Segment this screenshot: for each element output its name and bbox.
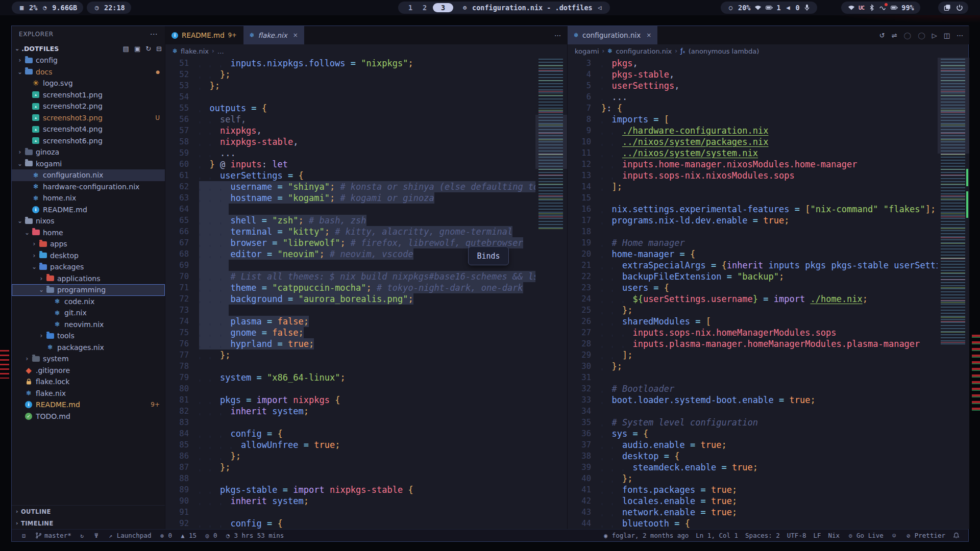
more-actions-icon[interactable]: ⋯ bbox=[957, 32, 963, 39]
breadcrumb-item[interactable]: … bbox=[217, 47, 224, 55]
tree-item-screenshot1.png[interactable]: ▴screenshot1.png bbox=[12, 89, 165, 101]
code-line-64[interactable]: 64 bbox=[165, 204, 567, 215]
code-line-34[interactable]: 34 bbox=[568, 406, 969, 417]
tree-item-applications[interactable]: ›applications bbox=[12, 273, 165, 285]
code-line-59[interactable]: 59... bbox=[165, 147, 567, 159]
tree-item-home[interactable]: ⌄home bbox=[12, 227, 165, 239]
code-line-18[interactable]: 18 bbox=[568, 226, 969, 237]
code-line-22[interactable]: 22backupFileExtension = "backup"; bbox=[568, 271, 969, 282]
notification-wave-icon[interactable] bbox=[879, 4, 887, 12]
signal-icon[interactable] bbox=[754, 4, 762, 12]
code-line-40[interactable]: 40}; bbox=[568, 473, 969, 484]
code-line-80[interactable]: 80 bbox=[165, 383, 567, 394]
tree-item-flake.lock[interactable]: flake.lock bbox=[12, 376, 165, 388]
tree-item-code.nix[interactable]: ❄code.nix bbox=[12, 296, 165, 308]
keyboard-layout-indicator[interactable]: UC bbox=[859, 5, 864, 11]
tree-item-todo.md[interactable]: ✓TODO.md bbox=[12, 411, 165, 422]
statusbar-warnings[interactable]: ▲15 bbox=[176, 532, 200, 539]
code-line-12[interactable]: 12inputs.home-manager.nixosModules.home-… bbox=[568, 159, 969, 170]
code-line-82[interactable]: 82inherit system; bbox=[165, 406, 567, 417]
statusbar-time-tracker[interactable]: ◔3 hrs 53 mins bbox=[221, 532, 288, 539]
tree-item-kogami[interactable]: ⌄kogami bbox=[12, 158, 165, 170]
close-tab-icon[interactable]: × bbox=[646, 32, 651, 39]
tree-item-.gitignore[interactable]: ◆.gitignore bbox=[12, 365, 165, 377]
tree-item-git.nix[interactable]: ❄git.nix bbox=[12, 307, 165, 319]
statusbar-encoding[interactable]: UTF-8 bbox=[783, 532, 810, 539]
code-line-4[interactable]: 4pkgs-stable, bbox=[568, 69, 969, 80]
explorer-more-icon[interactable]: ⋯ bbox=[150, 30, 158, 39]
code-line-44[interactable]: 44bluetooth = { bbox=[568, 518, 969, 529]
tree-item-desktop[interactable]: ›desktop bbox=[12, 250, 165, 262]
code-line-60[interactable]: 60} @ inputs: let bbox=[165, 159, 567, 170]
code-line-56[interactable]: 56self, bbox=[165, 114, 567, 125]
code-line-75[interactable]: 75gnome = false; bbox=[165, 327, 567, 338]
timeline-icon[interactable]: ↺ bbox=[879, 32, 885, 39]
code-line-83[interactable]: 83 bbox=[165, 417, 567, 428]
tree-item-hardware-configuration.nix[interactable]: ❄hardware-configuration.nix bbox=[12, 181, 165, 193]
tree-item-readme.md[interactable]: iREADME.md bbox=[12, 204, 165, 216]
tree-item-configuration.nix[interactable]: ❄configuration.nix bbox=[12, 169, 165, 181]
code-line-78[interactable]: 78 bbox=[165, 361, 567, 372]
statusbar-ports[interactable]: ◎0 bbox=[200, 532, 221, 539]
code-line-85[interactable]: 85allowUnfree = true; bbox=[165, 439, 567, 450]
statusbar-git-sync[interactable]: ↻ bbox=[75, 532, 89, 539]
code-line-84[interactable]: 84config = { bbox=[165, 428, 567, 439]
code-line-91[interactable]: 91 bbox=[165, 507, 567, 518]
statusbar-launchpad[interactable]: ↗Launchpad bbox=[104, 532, 155, 539]
kbd-backlight-icon[interactable] bbox=[765, 4, 773, 12]
tree-item-readme.md[interactable]: iREADME.md9+ bbox=[12, 399, 165, 411]
tree-item-screenshot4.png[interactable]: ▴screenshot4.png bbox=[12, 123, 165, 135]
notification-send-icon[interactable]: ◁ bbox=[596, 4, 604, 12]
code-line-73[interactable]: 73 bbox=[165, 305, 567, 316]
code-line-62[interactable]: 62username = "shinya"; # konsta or shiny… bbox=[165, 181, 567, 192]
wifi-icon[interactable] bbox=[847, 4, 855, 12]
new-folder-icon[interactable]: ▣ bbox=[134, 45, 140, 53]
code-line-25[interactable]: 25}; bbox=[568, 305, 969, 316]
breadcrumb-right[interactable]: kogami›❄configuration.nix›ƒₓ(anonymous l… bbox=[568, 44, 969, 58]
code-line-10[interactable]: 10../nixos/system/packages.nix bbox=[568, 136, 969, 147]
statusbar-pet[interactable]: ☺ bbox=[887, 532, 901, 539]
open-changes-icon[interactable]: ⇌ bbox=[892, 32, 897, 39]
outline-panel-header[interactable]: › OUTLINE bbox=[12, 506, 165, 517]
code-line-35[interactable]: 35# System level configuration bbox=[568, 417, 969, 428]
code-line-31[interactable]: 31 bbox=[568, 372, 969, 383]
run-icon[interactable]: ▷ bbox=[932, 32, 937, 39]
tree-item-ginoza[interactable]: ›ginoza bbox=[12, 146, 165, 158]
tree-item-apps[interactable]: ›apps bbox=[12, 238, 165, 250]
breadcrumb-item[interactable]: kogami bbox=[575, 47, 599, 55]
tree-item-screenshot3.png[interactable]: ▴screenshot3.pngU bbox=[12, 112, 165, 124]
code-line-24[interactable]: 24${userSettings.username} = import ./ho… bbox=[568, 293, 969, 305]
statusbar-eol[interactable]: LF bbox=[810, 532, 824, 539]
code-line-14[interactable]: 14]; bbox=[568, 181, 969, 192]
code-line-27[interactable]: 27inputs.sops-nix.homeManagerModules.sop… bbox=[568, 327, 969, 338]
collapse-folders-icon[interactable]: ⊟ bbox=[156, 45, 162, 53]
code-line-58[interactable]: 58nixpkgs-stable, bbox=[165, 136, 567, 147]
minimap-right[interactable] bbox=[938, 58, 969, 529]
workspace-1[interactable]: 1 bbox=[404, 4, 416, 12]
breadcrumb-item[interactable]: configuration.nix bbox=[616, 47, 672, 55]
code-line-19[interactable]: 19# Home manager bbox=[568, 237, 969, 248]
code-line-86[interactable]: 86}; bbox=[165, 450, 567, 462]
statusbar-errors[interactable]: ⊗0 bbox=[155, 532, 176, 539]
previous-change-icon[interactable]: ◯ bbox=[904, 32, 912, 39]
code-line-77[interactable]: 77}; bbox=[165, 349, 567, 361]
tree-item-packages.nix[interactable]: ❄packages.nix bbox=[12, 342, 165, 354]
code-line-23[interactable]: 23users = { bbox=[568, 282, 969, 293]
tree-item-neovim.nix[interactable]: ❄neovim.nix bbox=[12, 319, 165, 331]
code-line-21[interactable]: 21extraSpecialArgs = {inherit inputs pkg… bbox=[568, 260, 969, 271]
statusbar-git-branch[interactable]: master* bbox=[31, 532, 75, 539]
binds-popup[interactable]: Binds bbox=[468, 246, 509, 265]
code-line-55[interactable]: 55outputs = { bbox=[165, 103, 567, 114]
code-line-8[interactable]: 8imports = [ bbox=[568, 114, 969, 125]
code-line-81[interactable]: 81pkgs = import nixpkgs { bbox=[165, 394, 567, 406]
volume-icon[interactable]: ◀ bbox=[785, 4, 792, 12]
tree-item-docs[interactable]: ⌄docs● bbox=[12, 66, 165, 78]
tree-item-logo.svg[interactable]: ✳logo.svg bbox=[12, 78, 165, 89]
tree-item-home.nix[interactable]: ❄home.nix bbox=[12, 192, 165, 204]
statusbar-indentation[interactable]: Spaces: 2 bbox=[742, 532, 783, 539]
code-line-89[interactable]: 89pkgs-stable = import nixpkgs-stable { bbox=[165, 484, 567, 495]
breadcrumb-left[interactable]: ❄flake.nix›… bbox=[165, 44, 567, 58]
code-line-29[interactable]: 29]; bbox=[568, 349, 969, 361]
code-line-11[interactable]: 11../nixos/system/system.nix bbox=[568, 147, 969, 159]
code-line-70[interactable]: 70# List all themes: $ nix build nixpkgs… bbox=[165, 271, 567, 282]
